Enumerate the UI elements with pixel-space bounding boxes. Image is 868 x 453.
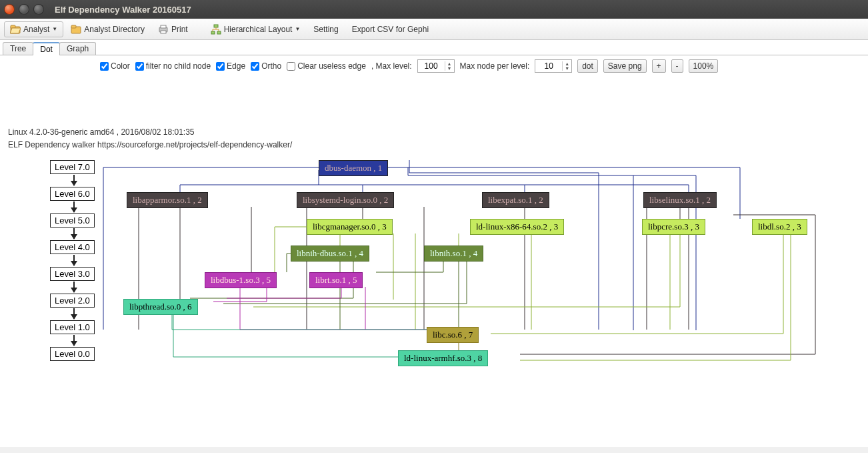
print-button[interactable]: Print — [152, 21, 194, 37]
chevron-down-icon: ▼ — [295, 26, 300, 32]
graph-info: Linux 4.2.0-36-generic amd64 , 2016/08/0… — [8, 126, 292, 151]
node-libnih-dbus[interactable]: libnih-dbus.so.1 , 4 — [291, 246, 369, 262]
export-csv-label: Export CSV for Gephi — [352, 25, 429, 34]
svg-rect-7 — [161, 31, 166, 33]
level-7: Level 7.0 — [50, 160, 95, 174]
info-line2: ELF Dependency walker https://sourceforg… — [8, 139, 292, 151]
tab-tree[interactable]: Tree — [3, 42, 33, 55]
node-libc[interactable]: libc.so.6 , 7 — [427, 327, 479, 343]
node-libnih[interactable]: libnih.so.1 , 4 — [424, 246, 483, 262]
export-csv-button[interactable]: Export CSV for Gephi — [346, 22, 435, 37]
printer-icon — [158, 24, 169, 35]
svg-rect-9 — [211, 31, 215, 34]
node-libcgmanager[interactable]: libcgmanager.so.0 , 3 — [307, 219, 393, 235]
node-libselinux[interactable]: libselinux.so.1 , 2 — [643, 192, 717, 208]
ortho-checkbox[interactable]: Ortho — [251, 61, 281, 71]
max-level-input[interactable]: ▲▼ — [417, 59, 455, 73]
max-node-label: Max node per level: — [460, 61, 530, 71]
svg-rect-1 — [11, 25, 15, 28]
svg-rect-8 — [214, 25, 218, 27]
zoom-out-button[interactable]: - — [671, 59, 683, 73]
tab-graph[interactable]: Graph — [59, 42, 96, 55]
layout-button[interactable]: Hierarchical Layout ▼ — [205, 21, 307, 37]
spinner-up-icon[interactable]: ▲ — [445, 61, 454, 66]
level-1: Level 1.0 — [50, 320, 95, 334]
level-arrow-icon — [73, 201, 75, 212]
analyst-label: Analyst — [23, 25, 49, 34]
setting-label: Setting — [313, 25, 338, 34]
titlebar: Elf Dependency Walker 20160517 — [0, 0, 868, 19]
svg-marker-2 — [10, 28, 21, 33]
spinner-down-icon[interactable]: ▼ — [445, 66, 454, 71]
node-ld-linux-x86-64[interactable]: ld-linux-x86-64.so.2 , 3 — [470, 219, 564, 235]
level-arrow-icon — [73, 228, 75, 239]
svg-rect-4 — [71, 25, 76, 28]
node-libpcre[interactable]: libpcre.so.3 , 3 — [642, 219, 705, 235]
analyst-dir-label: Analyst Directory — [84, 25, 145, 34]
svg-rect-10 — [217, 31, 221, 34]
toolbar: Analyst ▼ Analyst Directory Print Hierar… — [0, 19, 868, 40]
spinner-up-icon[interactable]: ▲ — [563, 61, 571, 66]
folder-open-icon — [10, 24, 21, 35]
level-arrow-icon — [73, 255, 75, 266]
analyst-button[interactable]: Analyst ▼ — [4, 21, 63, 37]
max-node-input[interactable]: ▲▼ — [535, 59, 572, 73]
node-libdl[interactable]: libdl.so.2 , 3 — [752, 219, 807, 235]
edge-checkbox[interactable]: Edge — [216, 61, 245, 71]
print-label: Print — [171, 25, 188, 34]
level-5: Level 5.0 — [50, 213, 95, 228]
spinner-down-icon[interactable]: ▼ — [563, 66, 571, 71]
level-2: Level 2.0 — [50, 294, 95, 308]
level-arrow-icon — [73, 282, 75, 292]
folder-icon — [71, 24, 81, 35]
level-6: Level 6.0 — [50, 187, 95, 201]
node-libpthread[interactable]: libpthread.so.0 , 6 — [123, 299, 198, 315]
dot-controls: Color filter no child node Edge Ortho Cl… — [0, 55, 868, 77]
level-3: Level 3.0 — [50, 267, 95, 281]
level-0: Level 0.0 — [50, 347, 95, 361]
level-4: Level 4.0 — [50, 240, 95, 254]
node-libapparmor[interactable]: libapparmor.so.1 , 2 — [127, 192, 208, 208]
node-libsystemd-login[interactable]: libsystemd-login.so.0 , 2 — [297, 192, 394, 208]
maximize-icon[interactable] — [33, 4, 44, 15]
graph-canvas[interactable]: Linux 4.2.0-36-generic amd64 , 2016/08/0… — [0, 77, 868, 447]
node-dbus-daemon[interactable]: dbus-daemon , 1 — [319, 160, 388, 176]
node-librt[interactable]: librt.so.1 , 5 — [309, 272, 363, 288]
tab-dot[interactable]: Dot — [33, 42, 60, 55]
level-arrow-icon — [73, 335, 75, 346]
layout-label: Hierarchical Layout — [224, 25, 293, 34]
zoom-level-button[interactable]: 100% — [689, 59, 719, 73]
node-libdbus-1[interactable]: libdbus-1.so.3 , 5 — [205, 272, 277, 288]
tab-bar: Tree Dot Graph — [0, 40, 868, 55]
dot-button[interactable]: dot — [577, 59, 598, 73]
level-arrow-icon — [73, 308, 75, 319]
analyst-directory-button[interactable]: Analyst Directory — [65, 21, 151, 37]
info-line1: Linux 4.2.0-36-generic amd64 , 2016/08/0… — [8, 126, 292, 139]
filter-checkbox[interactable]: filter no child node — [135, 61, 211, 71]
clear-useless-checkbox[interactable]: Clear useless edge — [287, 61, 366, 71]
node-libexpat[interactable]: libexpat.so.1 , 2 — [482, 192, 549, 208]
save-png-button[interactable]: Save png — [603, 59, 647, 73]
max-level-label: , Max level: — [371, 61, 412, 71]
window-title: Elf Dependency Walker 20160517 — [55, 5, 191, 15]
level-arrow-icon — [73, 175, 75, 185]
node-ld-linux-armhf[interactable]: ld-linux-armhf.so.3 , 8 — [398, 350, 488, 366]
color-checkbox[interactable]: Color — [100, 61, 130, 71]
zoom-in-button[interactable]: + — [652, 59, 666, 73]
svg-rect-6 — [161, 25, 166, 28]
chevron-down-icon: ▼ — [52, 26, 57, 32]
hierarchy-icon — [211, 24, 221, 35]
close-icon[interactable] — [4, 4, 15, 15]
minimize-icon[interactable] — [19, 4, 29, 15]
setting-button[interactable]: Setting — [307, 22, 344, 37]
